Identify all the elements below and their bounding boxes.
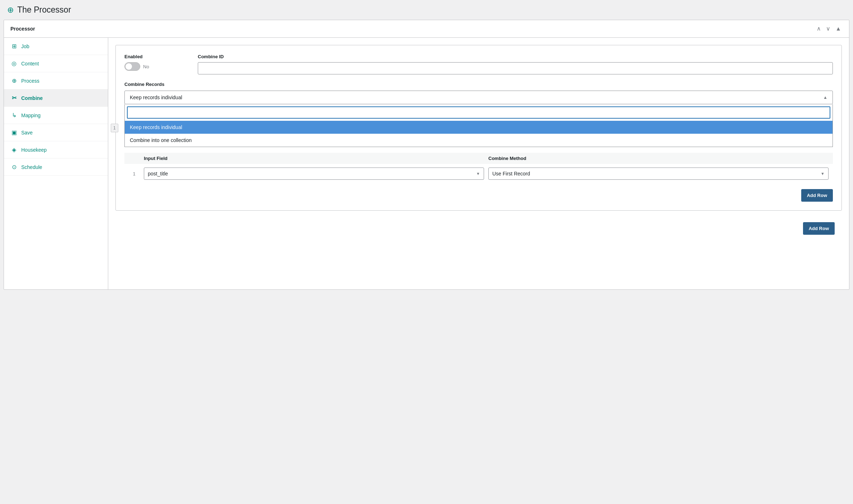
row-number: 1 <box>129 171 140 177</box>
combine-method-value: Use First Record <box>492 171 530 177</box>
main-content: 1 Enabled No Combine ID C <box>108 38 849 289</box>
collapse-down-button[interactable]: ∨ <box>825 25 832 32</box>
combine-method-chevron: ▼ <box>821 171 825 176</box>
collapse-up-button[interactable]: ∧ <box>815 25 822 32</box>
sidebar-item-content[interactable]: ◎ Content <box>4 55 108 72</box>
app-title: The Processor <box>17 5 71 15</box>
sidebar-item-schedule[interactable]: ⊙ Schedule <box>4 159 108 176</box>
table-row: 1 post_title ▼ Use First Record ▼ <box>124 164 833 183</box>
combine-card: 1 Enabled No Combine ID C <box>115 45 842 211</box>
job-icon: ⊞ <box>10 43 18 50</box>
processor-title: Processor <box>10 26 35 32</box>
sidebar-item-save[interactable]: ▣ Save <box>4 124 108 141</box>
sidebar-item-housekeep[interactable]: ◈ Housekeep <box>4 141 108 159</box>
combine-records-select-wrapper: Keep records individual ▲ Keep records i… <box>124 91 833 147</box>
processor-header: Processor ∧ ∨ ▲ <box>4 20 849 38</box>
sidebar-item-combine[interactable]: ✂ Combine <box>4 90 108 107</box>
sidebar-item-process-label: Process <box>21 78 40 84</box>
mapping-icon: ↳ <box>10 112 18 119</box>
dropdown-option-combine-collection[interactable]: Combine into one collection <box>125 134 833 147</box>
combine-method-select[interactable]: Use First Record ▼ <box>488 168 829 180</box>
combine-id-group: Combine ID <box>198 54 833 74</box>
combine-records-select[interactable]: Keep records individual ▲ <box>124 91 833 104</box>
bottom-add-row-button[interactable]: Add Row <box>803 222 835 235</box>
input-field-chevron: ▼ <box>476 171 480 176</box>
card-number: 1 <box>111 124 118 132</box>
sidebar: ⊞ Job ◎ Content ⊕ Process ✂ Combine ↳ Ma… <box>4 38 108 289</box>
sidebar-item-content-label: Content <box>21 61 39 67</box>
field-mapping-table: Input Field Combine Method 1 post_title … <box>124 153 833 183</box>
process-icon: ⊕ <box>10 77 18 84</box>
sidebar-item-schedule-label: Schedule <box>21 164 42 170</box>
housekeep-icon: ◈ <box>10 146 18 153</box>
sidebar-item-housekeep-label: Housekeep <box>21 147 47 153</box>
dropdown-search-wrapper <box>125 104 833 121</box>
header-controls: ∧ ∨ ▲ <box>815 25 843 32</box>
enabled-row: Enabled No Combine ID <box>124 54 833 74</box>
combine-records-dropdown: Keep records individual Combine into one… <box>124 104 833 147</box>
expand-button[interactable]: ▲ <box>834 25 843 32</box>
toggle-value-label: No <box>143 64 149 69</box>
input-field-header: Input Field <box>144 156 484 161</box>
app-header: ⊕ The Processor <box>0 0 853 20</box>
input-field-select[interactable]: post_title ▼ <box>144 168 484 180</box>
combine-id-input[interactable] <box>198 62 833 74</box>
add-row-button[interactable]: Add Row <box>801 189 833 202</box>
combine-method-header: Combine Method <box>488 156 829 161</box>
dropdown-search-input[interactable] <box>127 106 830 119</box>
enabled-label: Enabled <box>124 54 189 59</box>
combine-records-chevron: ▲ <box>823 95 827 100</box>
toggle-wrapper: No <box>124 62 189 71</box>
combine-id-label: Combine ID <box>198 54 833 59</box>
combine-icon: ✂ <box>10 95 18 101</box>
sidebar-item-process[interactable]: ⊕ Process <box>4 72 108 90</box>
schedule-icon: ⊙ <box>10 164 18 170</box>
sidebar-item-mapping[interactable]: ↳ Mapping <box>4 107 108 124</box>
sidebar-item-job-label: Job <box>21 43 29 49</box>
content-area: ⊞ Job ◎ Content ⊕ Process ✂ Combine ↳ Ma… <box>4 38 849 289</box>
combine-records-section: Combine Records Keep records individual … <box>124 82 833 202</box>
bottom-add-row-container: Add Row <box>115 216 842 240</box>
dropdown-option-keep-individual[interactable]: Keep records individual <box>125 121 833 134</box>
enabled-toggle[interactable] <box>124 62 140 71</box>
sidebar-item-combine-label: Combine <box>21 95 43 101</box>
table-header: Input Field Combine Method <box>124 153 833 164</box>
enabled-group: Enabled No <box>124 54 189 71</box>
sidebar-item-job[interactable]: ⊞ Job <box>4 38 108 55</box>
combine-records-selected-value: Keep records individual <box>130 95 182 100</box>
main-container: Processor ∧ ∨ ▲ ⊞ Job ◎ Content ⊕ Proces… <box>4 20 849 290</box>
combine-records-label: Combine Records <box>124 82 833 87</box>
sidebar-item-save-label: Save <box>21 130 33 136</box>
app-icon: ⊕ <box>7 5 14 15</box>
sidebar-item-mapping-label: Mapping <box>21 113 41 118</box>
save-icon: ▣ <box>10 129 18 136</box>
content-icon: ◎ <box>10 60 18 67</box>
input-field-value: post_title <box>148 171 168 177</box>
